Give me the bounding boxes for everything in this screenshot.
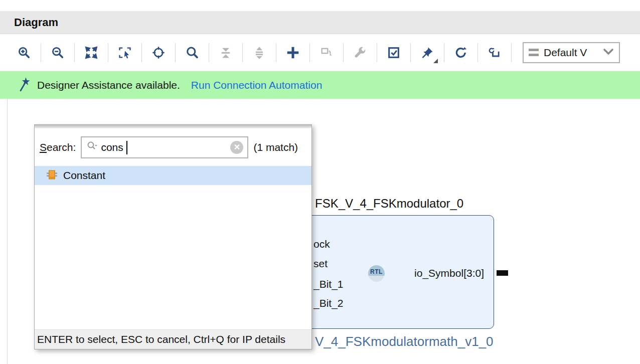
diagram-toolbar: Default V: [0, 34, 640, 71]
layers-icon: [529, 49, 539, 56]
search-row: Search: cons ✕ (1 match): [35, 128, 311, 165]
zoom-in-button[interactable]: [13, 41, 36, 64]
block-port-clock[interactable]: ock: [313, 238, 330, 250]
zoom-to-selection-button[interactable]: [113, 41, 136, 64]
toolbar-separator: [108, 43, 108, 62]
regenerate-layout-button[interactable]: [483, 41, 506, 64]
popup-footer-hint: ENTER to select, ESC to cancel, Ctrl+Q f…: [37, 333, 285, 345]
collapse-hierarchy-button: [214, 41, 237, 64]
toolbar-separator: [410, 43, 411, 62]
match-count: (1 match): [253, 141, 298, 153]
toolbar-separator: [209, 43, 209, 62]
search-input[interactable]: cons ✕: [81, 136, 248, 158]
zoom-out-icon: [51, 46, 65, 60]
validate-check-icon: [387, 46, 401, 60]
crosshair-icon: [151, 46, 166, 60]
chevron-down-icon: [603, 48, 614, 57]
customize-block-button: [349, 41, 372, 64]
toolbar-separator: [477, 43, 478, 62]
zoom-fit-icon: [84, 46, 98, 60]
expand-hierarchy-button: [248, 41, 271, 64]
diagram-panel-header: Diagram: [0, 11, 640, 34]
toolbar-separator: [276, 43, 276, 62]
ip-search-popup: Search: cons ✕ (1 match) Constant: [34, 124, 312, 349]
search-result-label: Constant: [63, 169, 105, 181]
ip-constant-icon: [46, 168, 58, 183]
zoom-in-icon: [17, 46, 31, 60]
designer-assistance-banner: Designer Assistance available. Run Conne…: [0, 71, 640, 99]
run-connection-automation-link[interactable]: Run Connection Automation: [191, 79, 323, 91]
make-external-button: [315, 41, 338, 64]
popup-resize-grip[interactable]: [35, 125, 311, 128]
collapse-icon: [219, 46, 233, 60]
search-icon: [185, 46, 199, 60]
toolbar-separator: [175, 43, 176, 62]
toolbar-separator: [511, 43, 512, 62]
refresh-icon: [454, 46, 468, 60]
toolbar-separator: [74, 43, 75, 62]
search-result-item-constant[interactable]: Constant: [35, 166, 311, 185]
block-port-bit1[interactable]: _Bit_1: [313, 278, 344, 290]
search-button[interactable]: [181, 41, 204, 64]
toolbar-separator: [343, 43, 344, 62]
zoom-out-button[interactable]: [46, 41, 69, 64]
output-port-stub[interactable]: [497, 270, 508, 276]
regenerate-layout-icon: [488, 46, 502, 60]
text-caret: [126, 141, 127, 154]
refresh-button[interactable]: [449, 41, 472, 64]
toolbar-separator: [377, 43, 377, 62]
canvas-border: [7, 99, 8, 364]
zoom-fit-button[interactable]: [80, 41, 103, 64]
add-ip-button[interactable]: [281, 41, 304, 64]
popup-footer: ENTER to select, ESC to cancel, Ctrl+Q f…: [35, 329, 311, 349]
auto-fit-selection-button[interactable]: [147, 41, 170, 64]
pin-icon: [420, 46, 434, 60]
block-port-output[interactable]: io_Symbol[3:0]: [381, 267, 484, 279]
plus-icon: [285, 45, 300, 60]
clear-search-icon[interactable]: ✕: [230, 141, 243, 154]
toolbar-separator: [309, 43, 310, 62]
zoom-to-selection-icon: [118, 46, 132, 60]
banner-message: Designer Assistance available.: [37, 79, 180, 91]
expand-icon: [252, 46, 266, 60]
toolbar-separator: [41, 43, 41, 62]
toolbar-separator: [242, 43, 243, 62]
view-selector-dropdown[interactable]: Default V: [523, 42, 620, 63]
block-instance-name: FSK_V_4_FSKmodulator_0: [315, 197, 463, 211]
toolbar-separator: [444, 43, 444, 62]
block-port-reset[interactable]: set: [313, 258, 328, 270]
search-options-icon[interactable]: [86, 140, 98, 154]
wrench-icon: [353, 46, 367, 60]
magic-wand-icon: [18, 77, 30, 94]
make-external-icon: [319, 46, 334, 60]
search-label: Search:: [40, 141, 76, 153]
page-title: Diagram: [14, 16, 58, 29]
pin-button[interactable]: [416, 41, 439, 64]
toolbar-separator: [141, 43, 142, 62]
block-port-bit2[interactable]: _Bit_2: [313, 297, 344, 309]
validate-design-button[interactable]: [382, 41, 405, 64]
search-query-text: cons: [101, 141, 123, 153]
ip-type-label[interactable]: V_4_FSKmodulatormath_v1_0: [315, 334, 494, 349]
view-selector-value: Default V: [544, 47, 598, 59]
dropdown-corner-indicator: [433, 59, 438, 63]
